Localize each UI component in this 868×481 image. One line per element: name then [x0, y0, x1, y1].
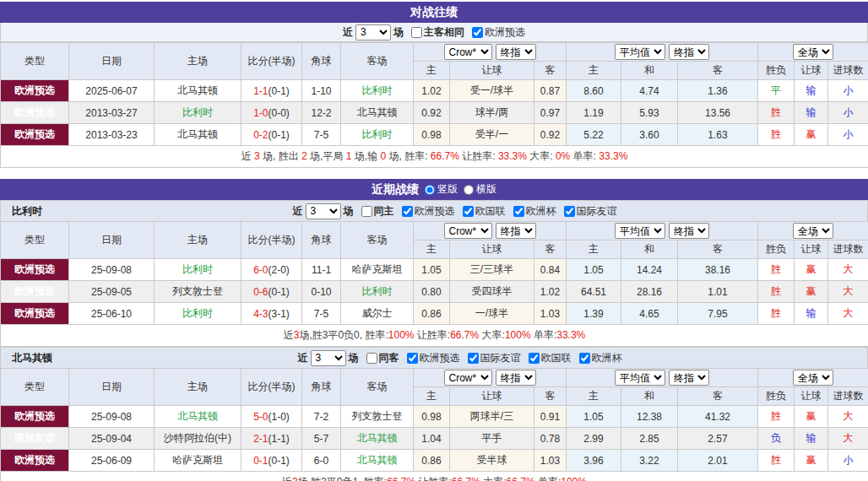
average-select[interactable]: 平均值 [615, 223, 665, 239]
macedonia-filters: 近 3 场 同客 欧洲预选 国际友谊 欧国联 欧洲杯 [298, 350, 622, 366]
same-away-filter[interactable]: 同客 [361, 351, 399, 365]
goals-result-cell: 小 [828, 102, 868, 124]
final-odds-select[interactable]: 终指 [669, 223, 709, 239]
summary-stat-value: 66.7% [450, 329, 479, 341]
final-odds-select[interactable]: 终指 [669, 370, 709, 386]
comp-checkbox[interactable] [529, 353, 540, 364]
vertical-layout-option[interactable]: 竖版 [425, 182, 458, 197]
odds-company-select[interactable]: Crow* [444, 44, 492, 60]
comp-checkbox[interactable] [463, 206, 474, 217]
handicap-result-subheader: 让球 [795, 387, 828, 406]
avg-draw-cell: 28.16 [621, 281, 678, 303]
fullmatch-select[interactable]: 全场 [793, 370, 833, 386]
final-odds-select[interactable]: 终指 [669, 44, 709, 60]
fullmatch-select[interactable]: 全场 [793, 44, 833, 60]
summary-text: 单率: [535, 476, 561, 481]
euro-qualifier-checkbox[interactable] [472, 27, 483, 38]
horizontal-layout-radio[interactable] [464, 185, 474, 195]
match-count-select[interactable]: 3 [355, 24, 391, 41]
summary-stat-value: 33.3% [556, 329, 585, 341]
away-team-cell: 威尔士 [341, 303, 414, 325]
comp-checkbox[interactable] [468, 353, 479, 364]
goals-result-cell: 小 [828, 80, 868, 102]
handicap-cell: 两球半/三 [450, 406, 534, 428]
avg-home-cell: 2.99 [567, 428, 621, 450]
handicap-cell: 受半球 [450, 450, 534, 472]
avg-away-subheader: 客 [678, 387, 758, 406]
handicap-subheader: 让球 [450, 240, 534, 259]
final-odds-select[interactable]: 终指 [496, 44, 536, 60]
odds-home-cell: 0.92 [414, 102, 450, 124]
handicap-result-cell: 赢 [795, 450, 828, 472]
comp-checkbox[interactable] [579, 353, 590, 364]
date-cell: 25-09-08 [69, 259, 155, 281]
handicap-cell: 三/三球半 [450, 259, 534, 281]
winloss-result-cell: 胜 [758, 259, 795, 281]
date-cell: 25-09-08 [69, 406, 155, 428]
same-home-away-filter[interactable]: 主客相同 [406, 25, 464, 40]
summary-text: 让胜率: [415, 476, 452, 481]
comp-checkbox[interactable] [513, 206, 524, 217]
average-select[interactable]: 平均值 [615, 370, 665, 386]
avg-home-cell: 5.22 [567, 124, 621, 146]
comp-filter-euro-qualifier[interactable]: 欧洲预选 [397, 204, 455, 219]
summary-text: 场,胜3平0负0, 胜率: [299, 329, 388, 341]
same-home-filter[interactable]: 同主 [356, 204, 394, 219]
average-group-header: 平均值终指 [567, 369, 758, 387]
corner-cell: 12-2 [302, 102, 341, 124]
final-odds-select[interactable]: 终指 [496, 370, 536, 386]
comp-checkbox[interactable] [564, 206, 575, 217]
vertical-layout-radio[interactable] [425, 185, 435, 195]
filter-suffix-label: 场 [349, 351, 359, 365]
match-stats-page: 对战往绩 近 3 场 主客相同 欧洲预选 类型日期主场比分(半场)角球客场Cro… [0, 0, 868, 481]
comp-label: 欧洲预选 [415, 204, 455, 219]
summary-text: 场, 胜率: [386, 150, 431, 162]
date-cell: 2013-03-27 [69, 102, 155, 124]
comp-filter-friendly[interactable]: 国际友谊 [463, 351, 521, 365]
score-cell: 1-0(0-0) [241, 102, 302, 124]
final-odds-select[interactable]: 终指 [496, 223, 536, 239]
avg-away-cell: 1.01 [678, 281, 758, 303]
odds-company-select[interactable]: Crow* [444, 223, 492, 239]
odds-away-cell: 0.78 [534, 428, 567, 450]
goals-result-cell: 大 [828, 303, 868, 325]
summary-stat-value: 33.3% [498, 150, 527, 162]
avg-away-cell: 1.63 [678, 124, 758, 146]
comp-checkbox[interactable] [407, 353, 418, 364]
same-home-away-checkbox[interactable] [411, 27, 422, 38]
odds-company-select[interactable]: Crow* [444, 370, 492, 386]
competition-type-cell: 国际友谊 [1, 428, 69, 450]
comp-filter-euro-cup[interactable]: 欧洲杯 [574, 351, 622, 365]
avg-home-cell: 1.05 [567, 406, 621, 428]
odds-away-cell: 1.02 [534, 281, 567, 303]
average-select[interactable]: 平均值 [615, 44, 665, 60]
filter-suffix-label: 场 [344, 204, 354, 219]
avg-away-cell: 41.32 [678, 406, 758, 428]
horizontal-layout-option[interactable]: 横版 [464, 182, 496, 197]
filter-prefix-label: 近 [298, 351, 308, 365]
comp-filter-euro-cup[interactable]: 欧洲杯 [508, 204, 556, 219]
same-away-checkbox[interactable] [366, 353, 377, 364]
comp-filter-nations-league[interactable]: 欧国联 [458, 204, 506, 219]
match-count-select[interactable]: 3 [311, 350, 346, 366]
same-home-checkbox[interactable] [361, 206, 372, 217]
comp-checkbox[interactable] [402, 206, 413, 217]
h2h-table: 类型日期主场比分(半场)角球客场Crow*终指平均值终指全场主让球客主和客胜负让… [0, 42, 868, 168]
odds-away-subheader: 客 [534, 240, 567, 259]
summary-text: 单率: [570, 150, 599, 162]
corner-cell: 7-2 [302, 406, 341, 428]
vertical-layout-label: 竖版 [437, 182, 458, 197]
comp-filter-nations-league[interactable]: 欧国联 [524, 351, 572, 365]
comp-filter-euro-qualifier[interactable]: 欧洲预选 [402, 351, 460, 365]
euro-qualifier-filter[interactable]: 欧洲预选 [467, 25, 525, 40]
fullmatch-select[interactable]: 全场 [793, 223, 833, 239]
match-row: 欧洲预选25-09-08比利时6-0(2-0)11-1哈萨克斯坦1.05三/三球… [1, 259, 868, 281]
handicap-cell: 受一/球半 [450, 80, 534, 102]
match-row: 欧洲预选25-09-08北马其顿5-0(1-0)7-2列支敦士登0.98两球半/… [1, 406, 868, 428]
summary-text: 场, 胜出 [260, 150, 301, 162]
avg-draw-cell: 4.65 [621, 303, 678, 325]
match-count-select[interactable]: 3 [306, 203, 341, 219]
match-row: 国际友谊25-09-04沙特阿拉伯(中)2-1(1-1)5-7北马其顿1.04平… [1, 428, 868, 450]
comp-filter-friendly[interactable]: 国际友谊 [559, 204, 617, 219]
goals-result-subheader: 进球数 [828, 387, 868, 406]
